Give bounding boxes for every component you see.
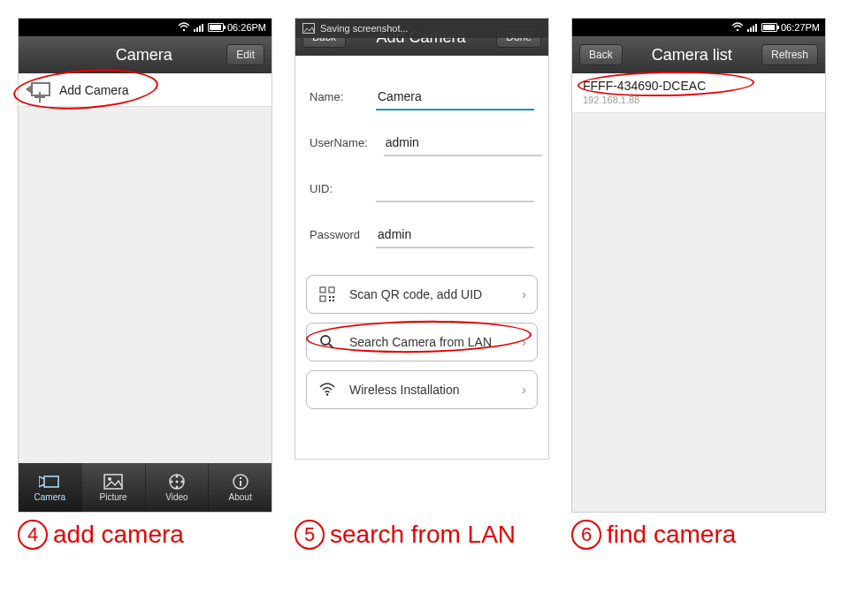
camera-ip: 192.168.1.88 <box>583 95 815 105</box>
phone-screen-1: 06:26PM Camera Edit Add Camera Camera Pi… <box>18 18 272 513</box>
qr-icon <box>317 285 337 304</box>
picture-icon <box>103 473 124 491</box>
status-bar: 06:26PM <box>19 19 272 36</box>
signal-icon <box>194 23 204 32</box>
nav-label: Picture <box>100 492 127 502</box>
svg-rect-29 <box>747 29 749 32</box>
battery-icon <box>761 23 777 32</box>
status-bar: 06:27PM <box>572 19 825 36</box>
nav-about[interactable]: About <box>208 463 272 512</box>
svg-point-25 <box>321 336 330 345</box>
wireless-install-button[interactable]: Wireless Installation › <box>306 370 538 409</box>
caption-text: add camera <box>53 521 184 549</box>
add-camera-row[interactable]: Add Camera <box>19 73 272 107</box>
camera-icon <box>39 473 60 491</box>
step-number: 5 <box>294 520 325 550</box>
scan-qr-label: Scan QR code, add UID <box>349 287 482 301</box>
status-time: 06:27PM <box>781 22 820 33</box>
svg-rect-30 <box>750 27 752 32</box>
svg-point-7 <box>108 477 111 481</box>
image-icon <box>302 23 315 34</box>
form-row-name: Name: <box>310 65 534 110</box>
wireless-label: Wireless Installation <box>349 383 460 397</box>
refresh-button[interactable]: Refresh <box>761 44 818 65</box>
toast-text: Saving screenshot... <box>320 23 409 34</box>
svg-rect-19 <box>329 287 334 293</box>
svg-rect-16 <box>240 481 241 486</box>
nav-video[interactable]: Video <box>145 463 209 512</box>
username-input[interactable] <box>384 130 542 156</box>
search-lan-button[interactable]: Search Camera from LAN › <box>306 323 538 361</box>
svg-point-0 <box>183 29 185 31</box>
step-number: 4 <box>18 520 48 550</box>
svg-point-13 <box>175 481 178 483</box>
content-area: Add Camera <box>19 73 272 463</box>
form: Name: UserName: UID: Password <box>295 56 548 257</box>
nav-picture[interactable]: Picture <box>81 463 145 512</box>
about-icon <box>230 473 251 491</box>
nav-label: Video <box>165 492 187 502</box>
search-icon <box>317 332 337 352</box>
wifi-icon <box>178 22 190 33</box>
chevron-right-icon: › <box>522 287 526 301</box>
content-area: Name: UserName: UID: Password <box>295 56 548 459</box>
phone-screen-2: Saving screenshot... Back Add Camera Don… <box>294 18 549 460</box>
status-time: 06:26PM <box>227 22 266 33</box>
caption-6: 6 find camera <box>571 520 826 550</box>
svg-point-27 <box>326 393 329 396</box>
svg-point-12 <box>180 481 183 483</box>
svg-rect-2 <box>196 27 198 32</box>
captions-row: 4 add camera 5 search from LAN 6 find ca… <box>0 513 849 550</box>
header-bar: Back Camera list Refresh <box>572 36 825 73</box>
add-camera-label: Add Camera <box>59 83 129 97</box>
screenshot-toast: Saving screenshot... <box>295 19 548 38</box>
bottom-nav: Camera Picture Video About <box>19 463 272 512</box>
form-row-username: UserName: <box>310 110 534 156</box>
svg-rect-23 <box>329 300 331 301</box>
svg-rect-18 <box>320 287 325 293</box>
battery-icon <box>208 23 224 32</box>
svg-point-9 <box>175 475 178 478</box>
svg-rect-20 <box>320 296 325 301</box>
uid-input[interactable] <box>376 176 534 202</box>
password-label: Password <box>310 228 360 248</box>
svg-rect-32 <box>755 24 757 32</box>
caption-5: 5 search from LAN <box>294 520 549 550</box>
wifi-icon <box>731 22 744 33</box>
name-input[interactable] <box>376 84 534 110</box>
svg-rect-15 <box>240 477 241 479</box>
back-button[interactable]: Back <box>579 44 623 65</box>
svg-point-11 <box>170 481 172 483</box>
svg-rect-21 <box>329 296 331 298</box>
svg-point-28 <box>737 29 738 31</box>
signal-icon <box>747 23 758 32</box>
step-number: 6 <box>571 520 601 550</box>
chevron-right-icon: › <box>522 335 526 349</box>
action-list: Scan QR code, add UID › Search Camera fr… <box>295 257 548 409</box>
page-title: Camera <box>61 46 226 65</box>
username-label: UserName: <box>310 136 368 156</box>
search-lan-label: Search Camera from LAN <box>349 335 492 349</box>
scan-qr-button[interactable]: Scan QR code, add UID › <box>306 275 538 314</box>
camera-list-item[interactable]: FFFF-434690-DCEAC 192.168.1.88 <box>572 73 825 113</box>
edit-button[interactable]: Edit <box>226 44 264 65</box>
svg-rect-3 <box>199 26 201 32</box>
svg-rect-4 <box>202 24 203 32</box>
nav-label: About <box>229 492 252 502</box>
svg-rect-5 <box>44 476 58 487</box>
nav-label: Camera <box>34 492 66 502</box>
wifi-icon <box>317 380 337 399</box>
page-title: Camera list <box>623 46 761 65</box>
camera-uid: FFFF-434690-DCEAC <box>583 79 815 93</box>
svg-rect-22 <box>333 296 334 298</box>
svg-rect-24 <box>333 300 334 301</box>
video-icon <box>166 473 187 491</box>
caption-text: search from LAN <box>330 521 516 549</box>
caption-4: 4 add camera <box>18 520 272 550</box>
svg-point-10 <box>175 486 178 489</box>
svg-rect-1 <box>194 29 195 32</box>
form-row-password: Password <box>310 202 534 248</box>
form-row-uid: UID: <box>310 156 534 202</box>
password-input[interactable] <box>376 222 534 248</box>
nav-camera[interactable]: Camera <box>19 463 81 512</box>
